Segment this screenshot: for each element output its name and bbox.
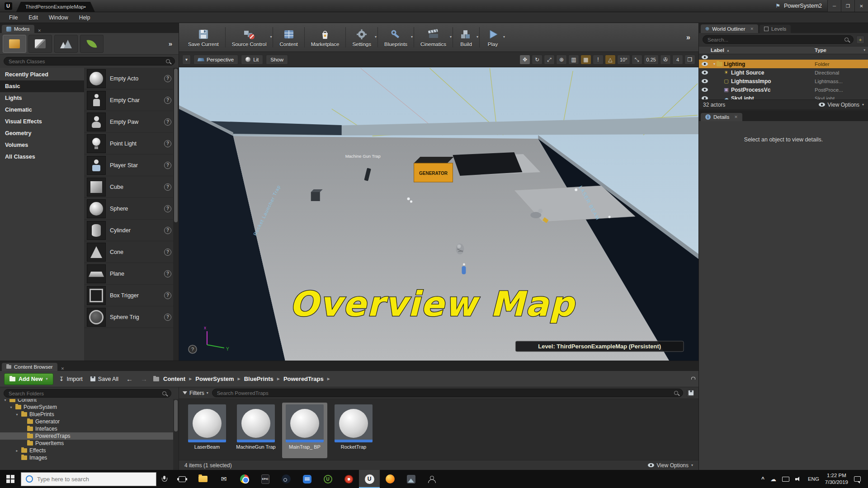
build-button[interactable]: ▾Build bbox=[453, 23, 479, 52]
tab-details[interactable]: i Details ✕ bbox=[701, 113, 742, 121]
category-lights[interactable]: Lights bbox=[0, 92, 84, 104]
visibility-eye-icon[interactable] bbox=[702, 55, 708, 59]
place-item-empty-acto[interactable]: Empty Acto? bbox=[84, 68, 179, 89]
visibility-eye-icon[interactable] bbox=[702, 96, 708, 99]
red-circle-app-button[interactable] bbox=[338, 470, 359, 488]
outliner-row-postprocessvc[interactable]: PostProcessVcPostProce... bbox=[699, 85, 868, 94]
category-recently-placed[interactable]: Recently Placed bbox=[0, 69, 84, 80]
unreal-editor-button[interactable]: U bbox=[359, 470, 380, 488]
modes-close-icon[interactable]: ✕ bbox=[38, 28, 42, 33]
back-button[interactable]: ← bbox=[124, 375, 135, 383]
visibility-eye-icon[interactable] bbox=[702, 62, 708, 66]
dictation-button[interactable] bbox=[156, 470, 172, 488]
move-tool-button[interactable]: ✥ bbox=[519, 55, 530, 65]
scrollbar-thumb[interactable] bbox=[174, 400, 178, 432]
import-button[interactable]: ↧ Import bbox=[57, 375, 85, 382]
folder-powersystem[interactable]: ▾PowerSystem bbox=[0, 404, 173, 411]
asset-machinegun-trap[interactable]: MachineGun Trap bbox=[233, 403, 278, 458]
tab-modes[interactable]: Modes bbox=[2, 25, 34, 33]
menu-item-edit[interactable]: Edit bbox=[23, 14, 43, 21]
visibility-eye-icon[interactable] bbox=[702, 70, 708, 75]
place-mode-button[interactable] bbox=[3, 35, 26, 53]
maximize-button[interactable]: ❐ bbox=[841, 0, 854, 12]
scale-tool-button[interactable]: ⤢ bbox=[544, 55, 555, 65]
folder-content[interactable]: ▾Content bbox=[0, 399, 173, 404]
world-outliner-close-icon[interactable]: ✕ bbox=[750, 27, 754, 31]
chat-app-button[interactable] bbox=[297, 470, 317, 488]
place-item-player-star[interactable]: Player Star? bbox=[84, 155, 179, 176]
viewport-canvas[interactable]: GENERATOR Machine Gun Trap bbox=[179, 67, 698, 361]
file-explorer-button[interactable] bbox=[193, 470, 213, 488]
close-button[interactable]: ✕ bbox=[854, 0, 868, 12]
generator-box[interactable]: GENERATOR bbox=[414, 157, 454, 182]
place-item-cube[interactable]: Cube? bbox=[84, 176, 179, 198]
titlebar-drag-area[interactable] bbox=[95, 0, 775, 12]
cb-view-options-button[interactable]: View Options ▾ bbox=[648, 462, 693, 469]
camera-speed-button[interactable]: ✇ bbox=[660, 55, 671, 65]
taskbar-search-input[interactable] bbox=[37, 476, 151, 483]
outliner-row-light-source[interactable]: Light SourceDirectional bbox=[699, 68, 868, 77]
tree-arrow-icon[interactable]: ▾ bbox=[9, 405, 13, 409]
image-app-button[interactable] bbox=[401, 470, 421, 488]
language-indicator[interactable]: ENG bbox=[808, 476, 819, 482]
task-view-button[interactable] bbox=[172, 470, 193, 488]
folder-intefaces[interactable]: Intefaces bbox=[0, 425, 173, 432]
outliner-row-skylight[interactable]: SkyLightSkyLight bbox=[699, 94, 868, 99]
tree-arrow-icon[interactable]: ▸ bbox=[15, 449, 19, 453]
epic-games-button[interactable]: EPIC bbox=[255, 470, 276, 488]
folder-generator[interactable]: Generator bbox=[0, 418, 173, 425]
u-ring-app-button[interactable]: U bbox=[317, 470, 338, 488]
viewport-help-button[interactable]: ? bbox=[189, 345, 197, 353]
forward-button[interactable]: → bbox=[139, 375, 149, 383]
place-item-empty-paw[interactable]: Empty Paw? bbox=[84, 111, 179, 133]
taskbar-search-box[interactable] bbox=[21, 472, 156, 486]
foliage-mode-button[interactable] bbox=[80, 35, 104, 53]
category-geometry[interactable]: Geometry bbox=[0, 127, 84, 139]
tray-expand-icon[interactable]: ^ bbox=[761, 476, 764, 482]
cloud-icon[interactable]: ☁ bbox=[770, 476, 776, 483]
clock[interactable]: 1:22 PM 7/30/2019 bbox=[825, 472, 848, 486]
grid-snap-button[interactable]: ▦ bbox=[580, 55, 591, 65]
asset-maintrap-bp[interactable]: MainTrap_ BP bbox=[282, 403, 327, 458]
folder-images[interactable]: Images bbox=[0, 454, 173, 461]
show-menu-button[interactable]: Show bbox=[266, 55, 288, 65]
outliner-row-lightmassimpo[interactable]: LightmassImpoLightmass... bbox=[699, 77, 868, 85]
display-icon[interactable] bbox=[782, 477, 789, 482]
tree-arrow-icon[interactable]: ▾ bbox=[3, 399, 7, 402]
maximize-viewport-button[interactable]: ❒ bbox=[684, 55, 695, 65]
folder-effects[interactable]: ▸Effects bbox=[0, 447, 173, 454]
mail-button[interactable]: ✉ bbox=[213, 470, 234, 488]
cinematics-button[interactable]: ▾Cinematics bbox=[414, 23, 453, 52]
camera-speed-value-button[interactable]: 4 bbox=[672, 55, 683, 65]
lit-mode-button[interactable]: Lit bbox=[241, 55, 263, 65]
expander-icon[interactable]: ▾ bbox=[712, 62, 717, 66]
coordinate-system-button[interactable]: ⊕ bbox=[556, 55, 567, 65]
chrome-button[interactable] bbox=[234, 470, 255, 488]
viewport-options-button[interactable]: ▾ bbox=[182, 55, 191, 65]
items-scrollbar[interactable] bbox=[173, 68, 179, 361]
marketplace-button[interactable]: Marketplace bbox=[305, 23, 346, 52]
category-visual-effects[interactable]: Visual Effects bbox=[0, 116, 84, 127]
place-item-box-trigger[interactable]: Box Trigger? bbox=[84, 285, 179, 306]
place-item-plane[interactable]: Plane? bbox=[84, 263, 179, 285]
volume-icon[interactable] bbox=[795, 476, 802, 482]
tab-levels[interactable]: Levels bbox=[760, 25, 791, 33]
steam-button[interactable] bbox=[276, 470, 297, 488]
rotate-tool-button[interactable]: ↻ bbox=[532, 55, 542, 65]
place-item-sphere[interactable]: Sphere? bbox=[84, 198, 179, 220]
people-button[interactable] bbox=[421, 470, 442, 488]
category-volumes[interactable]: Volumes bbox=[0, 139, 84, 151]
firefox-button[interactable] bbox=[380, 470, 401, 488]
blueprints-button[interactable]: ▾Blueprints bbox=[378, 23, 414, 52]
assets-search-input[interactable] bbox=[212, 389, 683, 397]
place-item-point-light[interactable]: Point Light? bbox=[84, 133, 179, 155]
save-current-button[interactable]: Save Current bbox=[182, 23, 225, 52]
settings-button[interactable]: ▾Settings bbox=[346, 23, 377, 52]
column-label[interactable]: Label▲ bbox=[699, 47, 815, 53]
classes-search-input[interactable] bbox=[4, 57, 175, 66]
details-close-icon[interactable]: ✕ bbox=[734, 115, 738, 119]
category-basic[interactable]: Basic bbox=[0, 80, 84, 92]
toolbar-overflow-chevron-icon[interactable]: » bbox=[681, 23, 696, 52]
folder-poweritems[interactable]: PowerItems bbox=[0, 440, 173, 447]
play-button[interactable]: ▾Play bbox=[480, 23, 506, 52]
